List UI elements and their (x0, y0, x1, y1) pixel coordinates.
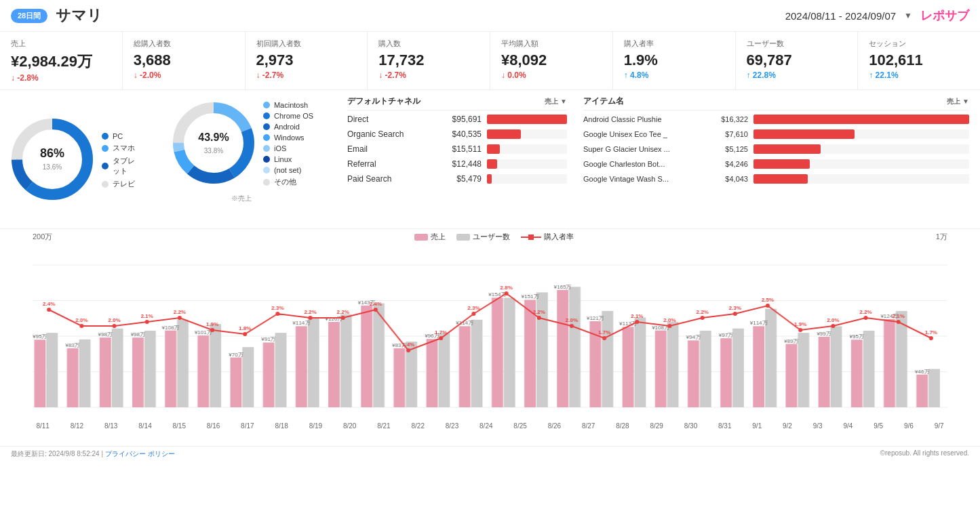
metric-arrow (869, 70, 875, 80)
metric-change: -2.8% (11, 73, 111, 83)
metric-change: 22.8% (747, 70, 847, 80)
x-axis-label: 9/6 (904, 422, 914, 430)
x-axis-label: 8/14 (138, 422, 151, 430)
chart-y-right: 1万 (936, 232, 947, 242)
channel-bar (487, 159, 497, 169)
metric-value: 2,973 (256, 52, 357, 69)
item-bar (753, 129, 855, 139)
channel-bar-bg (487, 144, 567, 154)
metric-card: セッション 102,611 22.1% (858, 32, 980, 89)
item-bar-bg (753, 144, 969, 154)
dropdown-icon[interactable]: ▼ (904, 11, 912, 20)
channel-bar-bg (487, 174, 567, 184)
item-value: $16,322 (711, 115, 748, 123)
header: 28日間 サマリ 2024/08/11 - 2024/09/07 ▼ レポサブ (0, 0, 980, 32)
metric-arrow (134, 70, 140, 80)
metric-arrow (11, 73, 17, 83)
x-axis-label: 8/12 (71, 422, 83, 430)
metric-value: ¥2,984.29万 (11, 52, 111, 72)
x-axis-label: 8/17 (241, 422, 254, 430)
channel-row: Email $15,511 (347, 144, 567, 154)
copyright: ©reposub. All rights reserved. (880, 449, 969, 459)
metric-card: 購入数 17,732 -2.7% (368, 32, 490, 89)
channel-row: Organic Search $40,535 (347, 129, 567, 139)
metric-card: 初回購入者数 2,973 -2.7% (246, 32, 368, 89)
metric-arrow (256, 70, 262, 80)
item-bar (753, 159, 810, 169)
channel-row: Paid Search $5,479 (347, 174, 567, 184)
channel-bar (487, 115, 567, 124)
channel-name: Paid Search (347, 174, 435, 184)
metric-arrow (747, 70, 753, 80)
x-axis-label: 8/18 (275, 422, 288, 430)
channel-row: Referral $12,448 (347, 159, 567, 169)
x-axis-label: 8/11 (36, 422, 49, 430)
channel-name: Direct (347, 115, 435, 124)
item-bar (753, 144, 821, 154)
metric-card: ユーザー数 69,787 22.8% (736, 32, 859, 89)
x-axis-label: 9/4 (843, 422, 852, 430)
x-axis-label: 9/2 (783, 422, 792, 430)
metric-label: 購入者率 (624, 39, 724, 49)
channel-bar (487, 144, 500, 154)
x-axis-labels: 8/118/128/138/148/158/168/178/188/198/20… (5, 421, 975, 430)
metric-card: 平均購入額 ¥8,092 0.0% (490, 32, 613, 89)
metric-label: 総購入者数 (134, 39, 234, 49)
x-axis-label: 8/20 (343, 422, 356, 430)
device-donut-chart: 86% 13.6% (8, 115, 96, 203)
x-axis-label: 8/25 (513, 422, 526, 430)
x-axis-label: 8/26 (548, 422, 561, 430)
device-legend: PC スマホ タブレット テレビ (102, 132, 138, 189)
channel-value: $40,535 (441, 129, 482, 139)
metric-value: 69,787 (747, 52, 847, 69)
item-name: Google Charleston Bot... (583, 160, 705, 168)
donut-note: ※売上 (231, 194, 252, 203)
channels-sort[interactable]: 売上 ▼ (545, 97, 567, 106)
channel-name: Organic Search (347, 129, 435, 139)
chart-section: 200万 売上 ユーザー数 購入者率 1万 (0, 229, 980, 446)
x-axis-label: 8/16 (207, 422, 220, 430)
page-title: サマリ (56, 5, 102, 26)
chart-container (26, 245, 954, 421)
item-value: $7,610 (711, 130, 748, 138)
privacy-link[interactable]: プライバシー ポリシー (105, 450, 175, 457)
metric-label: ユーザー数 (747, 39, 847, 49)
metric-value: 1.9% (624, 52, 724, 69)
svg-text:13.6%: 13.6% (43, 163, 62, 171)
svg-text:33.8%: 33.8% (204, 147, 223, 155)
channel-value: $5,479 (441, 174, 482, 184)
metric-change: 0.0% (501, 70, 602, 80)
x-axis-label: 8/28 (616, 422, 629, 430)
x-axis-label: 8/15 (173, 422, 186, 430)
item-bar-bg (753, 115, 969, 124)
metrics-row: 売上 ¥2,984.29万 -2.8% 総購入者数 3,688 -2.0% 初回… (0, 32, 980, 90)
channel-bar-bg (487, 115, 567, 124)
metric-arrow (624, 70, 630, 80)
x-axis-label: 8/29 (650, 422, 663, 430)
item-name: Google Unisex Eco Tee _ (583, 130, 705, 138)
date-range[interactable]: 2024/08/11 - 2024/09/07 (785, 10, 896, 22)
metric-label: 購入数 (378, 39, 479, 49)
metric-card: 売上 ¥2,984.29万 -2.8% (0, 32, 123, 89)
item-bar-bg (753, 129, 969, 139)
item-name: Google Vintage Wash S... (583, 175, 705, 183)
items-title: アイテム名 (583, 96, 624, 107)
metric-change: -2.0% (134, 70, 234, 80)
item-bar-bg (753, 159, 969, 169)
item-value: $4,246 (711, 160, 748, 168)
channel-value: $15,511 (441, 144, 482, 154)
item-bar-bg (753, 174, 969, 184)
x-axis-label: 9/5 (874, 422, 883, 430)
item-value: $4,043 (711, 175, 748, 183)
items-sort[interactable]: 売上 ▼ (947, 97, 969, 106)
channel-name: Email (347, 144, 435, 154)
metric-value: 102,611 (869, 52, 969, 69)
x-axis-label: 8/27 (582, 422, 595, 430)
x-axis-label: 9/1 (752, 422, 762, 430)
metric-label: 初回購入者数 (256, 39, 357, 49)
item-row: Google Unisex Eco Tee _ $7,610 (583, 129, 969, 139)
metric-label: 平均購入額 (501, 39, 602, 49)
metric-change: 22.1% (869, 70, 969, 80)
x-axis-label: 8/31 (718, 422, 731, 430)
x-axis-label: 8/13 (104, 422, 117, 430)
